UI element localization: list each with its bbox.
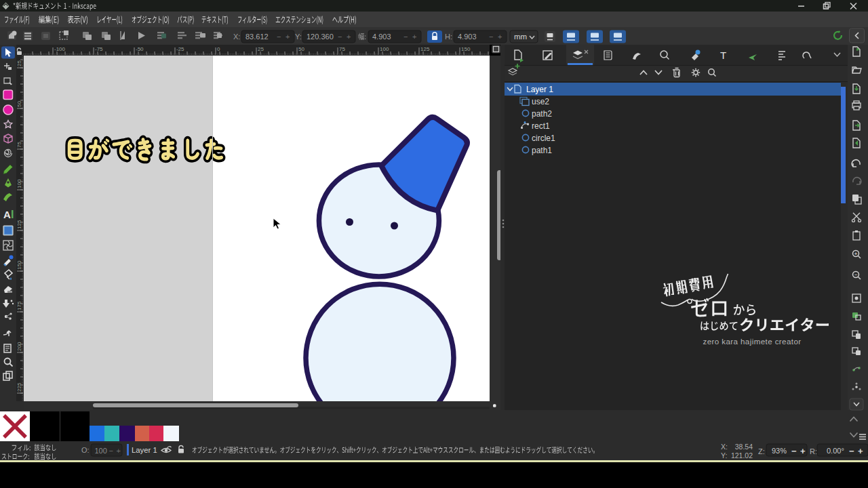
svg-text:+: +	[800, 446, 806, 456]
svg-text:circle1: circle1	[532, 134, 555, 143]
svg-text:125: 125	[16, 220, 22, 229]
svg-text:-50: -50	[136, 46, 144, 52]
svg-text:38.54: 38.54	[735, 443, 753, 451]
svg-text:50: 50	[16, 101, 22, 107]
svg-text:4.903: 4.903	[372, 33, 391, 41]
svg-text:150: 150	[16, 260, 22, 270]
svg-text:-75: -75	[95, 46, 103, 52]
svg-text:H:: H:	[445, 33, 452, 41]
svg-text:−: −	[849, 446, 854, 456]
svg-text:−: −	[489, 33, 493, 41]
svg-text:zero kara hajimete creator: zero kara hajimete creator	[703, 337, 801, 346]
svg-text:0.00°: 0.00°	[827, 447, 844, 455]
svg-text:93%: 93%	[772, 447, 787, 455]
svg-text:75: 75	[16, 142, 22, 148]
svg-text:25: 25	[16, 60, 22, 66]
svg-text:0: 0	[217, 46, 220, 52]
svg-text:Y:: Y:	[721, 451, 727, 460]
svg-text:-100: -100	[54, 46, 66, 52]
svg-text:83.612: 83.612	[245, 33, 269, 41]
svg-text:100: 100	[95, 447, 107, 455]
svg-text:+: +	[117, 447, 121, 455]
svg-text:120.360: 120.360	[307, 33, 334, 41]
svg-text:O:: O:	[81, 446, 90, 454]
svg-text:100: 100	[380, 46, 389, 52]
svg-text:Layer 1: Layer 1	[526, 85, 553, 94]
svg-text:75: 75	[339, 46, 345, 52]
svg-text:225: 225	[16, 382, 22, 392]
svg-text:−: −	[791, 446, 797, 456]
svg-text:−: −	[854, 272, 857, 277]
svg-text:path1: path1	[532, 146, 552, 155]
svg-text:+: +	[854, 251, 857, 256]
svg-text:25: 25	[258, 46, 264, 52]
svg-text:125: 125	[420, 46, 430, 52]
svg-text:T: T	[720, 49, 726, 61]
svg-text:mm: mm	[514, 33, 527, 41]
svg-text:200: 200	[16, 342, 22, 351]
svg-text:−: −	[338, 33, 342, 41]
svg-text:100: 100	[16, 179, 22, 188]
svg-text:50: 50	[298, 46, 304, 52]
svg-text:−: −	[109, 447, 113, 455]
svg-text:+: +	[498, 33, 502, 41]
svg-text:rect1: rect1	[532, 121, 550, 131]
svg-text:R:: R:	[810, 447, 817, 455]
svg-text:+: +	[347, 33, 351, 41]
svg-text:X:: X:	[233, 33, 240, 41]
svg-text:use2: use2	[532, 97, 549, 106]
svg-text:path2: path2	[532, 109, 552, 119]
svg-text:-25: -25	[176, 46, 184, 52]
svg-text:Layer 1: Layer 1	[132, 446, 157, 454]
svg-text:−: −	[403, 33, 408, 41]
svg-text:Y:: Y:	[295, 33, 302, 41]
svg-text:+: +	[285, 33, 290, 41]
svg-text:+: +	[858, 446, 863, 456]
svg-text:121.02: 121.02	[731, 451, 753, 460]
svg-text:175: 175	[16, 301, 22, 310]
svg-text:4.903: 4.903	[458, 33, 477, 41]
svg-text:Z:: Z:	[758, 447, 765, 455]
svg-text:150: 150	[461, 46, 471, 52]
svg-text:+: +	[412, 33, 416, 41]
svg-text:A: A	[3, 209, 11, 220]
svg-text:−: −	[277, 33, 281, 41]
svg-text:X:: X:	[721, 443, 728, 451]
